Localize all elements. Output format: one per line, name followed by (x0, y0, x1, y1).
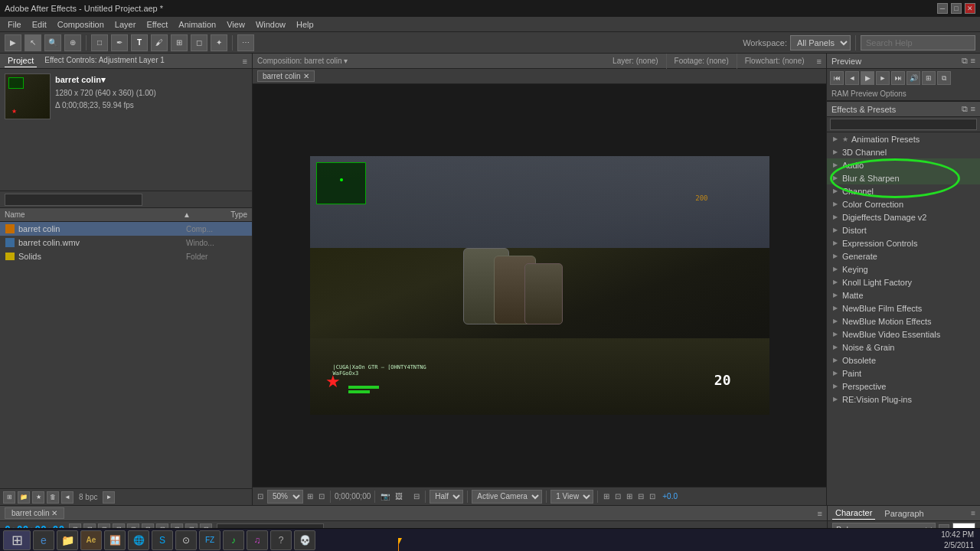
effect-obsolete[interactable]: ▶ Obsolete (827, 354, 980, 367)
comp-tab[interactable]: barret colin ✕ (257, 70, 315, 82)
fast-preview-btn[interactable]: ⊡ (613, 492, 622, 500)
taskbar-skull-btn[interactable]: 💀 (294, 530, 315, 550)
effect-color-correction[interactable]: ▶ Color Correction (827, 197, 980, 210)
left-arrow-btn[interactable]: ◄ (61, 491, 74, 504)
right-arrow-btn[interactable]: ► (103, 491, 115, 504)
snapshot-btn[interactable]: 📷 (379, 492, 391, 500)
effect-newblue-motion[interactable]: ▶ NewBlue Motion Effects (827, 315, 980, 328)
new-item-btn[interactable]: ★ (32, 491, 44, 504)
menu-animation[interactable]: Animation (174, 18, 220, 31)
menu-window[interactable]: Window (251, 18, 290, 31)
menu-help[interactable]: Help (292, 18, 318, 31)
taskbar-skype-btn[interactable]: S (152, 530, 173, 550)
quality-select[interactable]: Half (430, 490, 463, 504)
toolbar-rect-btn[interactable]: □ (91, 34, 108, 51)
menu-edit[interactable]: Edit (28, 18, 51, 31)
playhead[interactable] (398, 538, 399, 551)
menu-effect[interactable]: Effect (142, 18, 172, 31)
tab-effect-controls[interactable]: Effect Controls: Adjustment Layer 1 (41, 54, 168, 67)
close-button[interactable]: ✕ (965, 3, 975, 14)
left-panel-menu[interactable]: ≡ (243, 57, 247, 66)
view-select[interactable]: Active Camera (472, 490, 542, 504)
taskbar-itunes-btn[interactable]: ♫ (247, 530, 268, 550)
effects-search-input[interactable] (830, 119, 977, 130)
taskbar-ie2-btn[interactable]: 🌐 (128, 530, 149, 550)
tab-project[interactable]: Project (5, 54, 37, 67)
effect-newblue-video[interactable]: ▶ NewBlue Video Essentials (827, 328, 980, 341)
preview-panel-menu[interactable]: ≡ (971, 56, 975, 66)
toolbar-camera-btn[interactable]: ⊕ (64, 34, 81, 51)
minimize-button[interactable]: ─ (937, 3, 948, 14)
effect-channel[interactable]: ▶ Channel (827, 184, 980, 197)
taskbar-chrome-btn[interactable]: ⊙ (175, 530, 197, 550)
effect-audio[interactable]: ▶ Audio (827, 158, 980, 171)
effect-paint[interactable]: ▶ Paint (827, 367, 980, 380)
render-btn[interactable]: ⊞ (602, 492, 611, 500)
effect-revision[interactable]: ▶ RE:Vision Plug-ins (827, 393, 980, 406)
new-comp-btn[interactable]: ⊞ (3, 491, 15, 504)
effect-3d-channel[interactable]: ▶ 3D Channel (827, 145, 980, 158)
preview-panel-undock[interactable]: ⧉ (962, 56, 968, 66)
effect-blur-sharpen[interactable]: ▶ Blur & Sharpen (827, 171, 980, 184)
preview-last-btn[interactable]: ⏭ (891, 71, 905, 85)
maximize-button[interactable]: □ (951, 3, 962, 14)
grid-btn[interactable]: ⊞ (625, 492, 634, 500)
effect-animation-presets[interactable]: ▶ ★ Animation Presets (827, 132, 980, 145)
effect-matte[interactable]: ▶ Matte (827, 289, 980, 302)
timeline-menu[interactable]: ≡ (818, 509, 822, 518)
toolbar-extra-btn[interactable]: ⋯ (237, 34, 254, 51)
safe-areas-btn[interactable]: ⊡ (317, 492, 326, 500)
effects-panel-menu[interactable]: ≡ (971, 104, 975, 114)
taskbar-ie-btn[interactable]: e (33, 530, 54, 550)
sort-icon[interactable]: ▲ (183, 210, 191, 219)
effect-keying[interactable]: ▶ Keying (827, 262, 980, 276)
preview-first-btn[interactable]: ⏮ (830, 71, 844, 85)
taskbar-spotify-btn[interactable]: ♪ (223, 530, 244, 550)
effect-perspective[interactable]: ▶ Perspective (827, 380, 980, 393)
toolbar-zoom-btn[interactable]: 🔍 (44, 34, 61, 51)
effect-noise-grain[interactable]: ▶ Noise & Grain (827, 341, 980, 354)
menu-composition[interactable]: Composition (53, 18, 109, 31)
effect-digieffects[interactable]: ▶ Digieffects Damage v2 (827, 210, 980, 223)
comp-panel-menu[interactable]: ≡ (817, 57, 822, 66)
taskbar-filezilla-btn[interactable]: FZ (199, 530, 220, 550)
preview-audio-btn[interactable]: 🔊 (906, 71, 920, 85)
preview-next-btn[interactable]: ► (876, 71, 890, 85)
taskbar-unknown-btn[interactable]: ? (270, 530, 292, 550)
effect-generate[interactable]: ▶ Generate (827, 249, 980, 262)
taskbar-ae-btn[interactable]: Ae (80, 530, 102, 550)
effects-panel-undock[interactable]: ⧉ (962, 104, 968, 114)
preview-prev-btn[interactable]: ◄ (845, 71, 859, 85)
comp-tab-close[interactable]: ✕ (303, 72, 309, 80)
taskbar-folder-btn[interactable]: 📁 (57, 530, 78, 550)
char-panel-menu[interactable]: ≡ (971, 509, 975, 517)
menu-view[interactable]: View (222, 18, 250, 31)
chan-btn[interactable]: ⊟ (636, 492, 645, 500)
project-item-barret-colin[interactable]: barret colin Comp... (0, 222, 252, 236)
transparency-btn[interactable]: ⊟ (412, 492, 421, 500)
project-search-input[interactable] (5, 194, 142, 206)
project-item-solids[interactable]: Solids Folder (0, 249, 252, 263)
toolbar-pen-btn[interactable]: ✒ (111, 34, 128, 51)
timeline-tab[interactable]: barret colin ✕ (5, 507, 64, 519)
menu-layer[interactable]: Layer (110, 18, 141, 31)
toolbar-select-btn[interactable]: ↖ (24, 34, 41, 51)
zoom-select[interactable]: 50% (267, 490, 303, 504)
workspace-select[interactable]: All Panels (790, 35, 851, 51)
tab-character[interactable]: Character (832, 507, 875, 520)
zoom-reset-btn[interactable]: ⊡ (256, 492, 265, 500)
show-snapshot-btn[interactable]: 🖼 (394, 492, 404, 500)
view-count-select[interactable]: 1 View (550, 490, 593, 504)
toolbar-brush-btn[interactable]: 🖌 (151, 34, 168, 51)
tab-paragraph[interactable]: Paragraph (881, 507, 926, 520)
toolbar-text-btn[interactable]: T (131, 34, 148, 51)
window-controls[interactable]: ─ □ ✕ (937, 3, 975, 14)
search-help-input[interactable] (861, 35, 975, 51)
toolbar-puppet-btn[interactable]: ✦ (211, 34, 227, 51)
fit-btn[interactable]: ⊞ (305, 492, 315, 500)
effect-newblue-film[interactable]: ▶ NewBlue Film Effects (827, 302, 980, 315)
effect-knoll[interactable]: ▶ Knoll Light Factory (827, 276, 980, 289)
taskbar-win-btn[interactable]: 🪟 (104, 530, 126, 550)
toolbar-home-btn[interactable]: ▶ (5, 34, 21, 51)
preview-undock-btn[interactable]: ⧉ (937, 71, 951, 85)
